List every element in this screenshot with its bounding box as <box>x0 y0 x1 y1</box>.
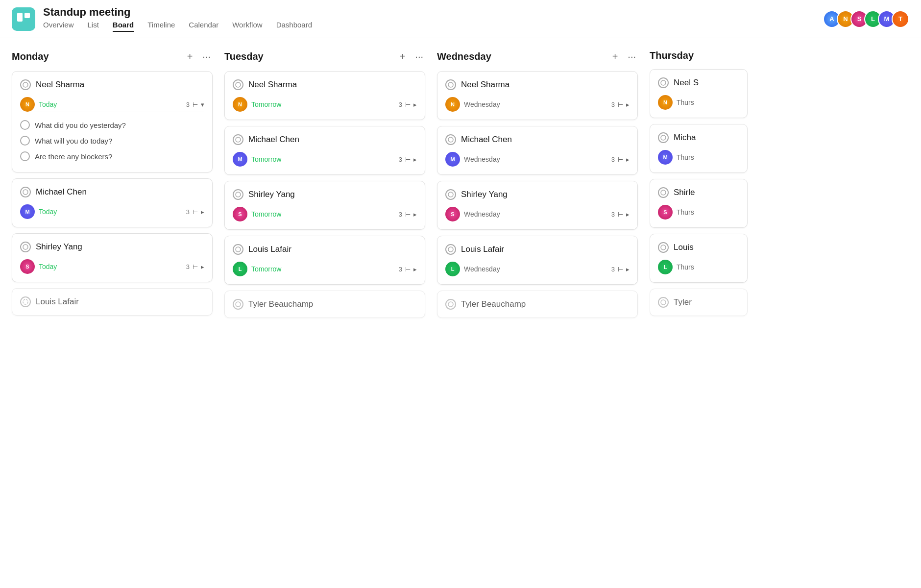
card-avatar-shirley-wednesday[interactable]: S <box>445 207 460 221</box>
column-actions-wednesday: + ··· <box>610 50 638 63</box>
svg-point-12 <box>448 137 453 142</box>
column-wednesday: Wednesday + ··· Neel Sharma N Wednesday <box>437 50 638 572</box>
column-monday: Monday + ··· Neel Sharma N Today 3 <box>12 50 213 572</box>
card-avatar-louis-tuesday[interactable]: L <box>233 262 247 276</box>
expand-icon[interactable]: ▸ <box>413 211 417 218</box>
team-avatars: A N S L M T <box>823 10 909 28</box>
check-icon[interactable] <box>233 79 243 90</box>
card-avatar-neel-wednesday[interactable]: N <box>445 97 460 112</box>
card-date-michael-wednesday: Wednesday <box>464 155 500 163</box>
card-avatar-shirley-monday[interactable]: S <box>20 259 35 274</box>
card-avatar-michael-wednesday[interactable]: M <box>445 152 460 167</box>
check-icon[interactable] <box>20 187 31 197</box>
card-michael-thursday: Micha M Thurs <box>650 124 748 173</box>
check-icon[interactable] <box>445 244 456 255</box>
card-title-row: Shirley Yang <box>233 189 417 200</box>
card-avatar-neel-monday[interactable]: N <box>20 97 35 112</box>
card-name-michael-wednesday: Michael Chen <box>461 135 512 145</box>
expand-icon[interactable]: ▸ <box>413 101 417 108</box>
expand-icon[interactable]: ▾ <box>201 101 204 108</box>
card-title-row: Neel Sharma <box>233 79 417 90</box>
check-icon[interactable] <box>20 296 31 307</box>
card-avatar-louis-thursday[interactable]: L <box>658 260 673 274</box>
subtask-count: 3 <box>611 211 615 218</box>
expand-icon[interactable]: ▸ <box>626 101 630 108</box>
subtask-check-1[interactable] <box>20 120 30 130</box>
nav-list[interactable]: List <box>88 21 99 32</box>
more-options-tuesday[interactable]: ··· <box>413 50 425 63</box>
check-icon[interactable] <box>445 79 456 90</box>
nav-dashboard[interactable]: Dashboard <box>276 21 312 32</box>
check-icon[interactable] <box>445 189 456 200</box>
card-avatar-neel-tuesday[interactable]: N <box>233 97 247 112</box>
add-card-monday[interactable]: + <box>185 50 195 63</box>
card-right-meta: 3 ⊢ ▾ <box>186 101 204 108</box>
subtask-icon: ⊢ <box>405 156 411 163</box>
expand-icon[interactable]: ▸ <box>626 211 630 218</box>
card-date-shirley-tuesday: Tomorrow <box>251 210 281 218</box>
card-meta-shirley-wednesday: S Wednesday 3 ⊢ ▸ <box>445 207 630 221</box>
nav-overview[interactable]: Overview <box>43 21 74 32</box>
check-icon[interactable] <box>20 242 31 252</box>
check-icon[interactable] <box>658 132 669 143</box>
card-title-row: Shirley Yang <box>20 242 204 252</box>
more-options-monday[interactable]: ··· <box>200 50 213 63</box>
card-avatar-neel-thursday[interactable]: N <box>658 95 673 110</box>
nav-board[interactable]: Board <box>113 21 134 32</box>
card-avatar-michael-monday[interactable]: M <box>20 204 35 219</box>
check-icon[interactable] <box>658 187 669 198</box>
expand-icon[interactable]: ▸ <box>201 208 204 216</box>
subtask-icon: ⊢ <box>618 156 623 163</box>
expand-icon[interactable]: ▸ <box>626 266 630 273</box>
subtask-count: 3 <box>186 208 190 216</box>
card-date-neel-monday: Today <box>39 100 57 108</box>
card-avatar-michael-tuesday[interactable]: M <box>233 152 247 167</box>
card-left-meta: L Wednesday <box>445 262 500 276</box>
add-card-wednesday[interactable]: + <box>610 50 620 63</box>
card-avatar-shirley-tuesday[interactable]: S <box>233 207 247 221</box>
subtask-check-2[interactable] <box>20 136 30 146</box>
avatar-6[interactable]: T <box>892 10 909 28</box>
card-avatar-michael-thursday[interactable]: M <box>658 150 673 165</box>
svg-point-15 <box>448 302 453 307</box>
subtask-icon: ⊢ <box>405 211 411 218</box>
card-meta-neel-tuesday: N Tomorrow 3 ⊢ ▸ <box>233 97 417 112</box>
app-logo <box>12 7 35 31</box>
check-icon[interactable] <box>445 134 456 145</box>
card-meta-michael-monday: M Today 3 ⊢ ▸ <box>20 204 204 219</box>
column-actions-tuesday: + ··· <box>398 50 425 63</box>
column-title-thursday: Thursday <box>650 50 694 61</box>
check-icon[interactable] <box>233 299 243 310</box>
check-icon[interactable] <box>658 242 669 253</box>
check-icon[interactable] <box>233 134 243 145</box>
subtask-check-3[interactable] <box>20 151 30 161</box>
add-card-tuesday[interactable]: + <box>398 50 408 63</box>
expand-icon[interactable]: ▸ <box>413 266 417 273</box>
card-left-meta: S Wednesday <box>445 207 500 221</box>
nav-workflow[interactable]: Workflow <box>232 21 262 32</box>
check-icon[interactable] <box>20 79 31 90</box>
nav-calendar[interactable]: Calendar <box>189 21 218 32</box>
check-icon[interactable] <box>445 299 456 310</box>
card-avatar-louis-wednesday[interactable]: L <box>445 262 460 276</box>
check-icon[interactable] <box>658 297 669 308</box>
check-icon[interactable] <box>233 244 243 255</box>
column-title-monday: Monday <box>12 51 49 62</box>
expand-icon[interactable]: ▸ <box>413 156 417 163</box>
nav-timeline[interactable]: Timeline <box>147 21 175 32</box>
card-right-meta: 3 ⊢ ▸ <box>611 156 630 163</box>
expand-icon[interactable]: ▸ <box>201 263 204 270</box>
card-louis-wednesday: Louis Lafair L Wednesday 3 ⊢ ▸ <box>437 236 638 285</box>
card-title-row: Neel Sharma <box>445 79 630 90</box>
card-shirley-monday: Shirley Yang S Today 3 ⊢ ▸ <box>12 233 213 282</box>
more-options-wednesday[interactable]: ··· <box>626 50 638 63</box>
subtask-label-1: What did you do yesterday? <box>35 121 126 129</box>
card-left-meta: S Today <box>20 259 57 274</box>
card-avatar-shirley-thursday[interactable]: S <box>658 205 673 220</box>
subtask-item-1: What did you do yesterday? <box>20 117 204 133</box>
expand-icon[interactable]: ▸ <box>626 156 630 163</box>
column-title-wednesday: Wednesday <box>437 51 491 62</box>
check-icon[interactable] <box>658 77 669 88</box>
card-tyler-thursday: Tyler <box>650 289 748 316</box>
check-icon[interactable] <box>233 189 243 200</box>
